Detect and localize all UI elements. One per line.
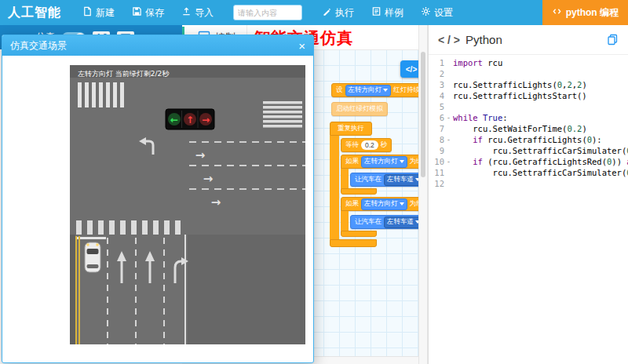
code-line: 12 [429, 178, 628, 189]
dropdown-value: 左转车道 [387, 217, 414, 227]
device-dropdown[interactable]: 左转方向灯 [361, 156, 407, 168]
examples-icon [371, 6, 382, 19]
import-icon [181, 6, 192, 19]
dropdown-value: 左转方向灯 [364, 199, 398, 209]
python-panel-title: Python [466, 33, 502, 46]
code-line: 4rcu.SettrafficLightsStart() [429, 90, 628, 101]
examples-button[interactable]: 样例 [371, 6, 403, 20]
python-mode-label: python 编程 [566, 6, 619, 20]
block-label: 如果 [345, 157, 359, 166]
block-label: 为红灯 [410, 199, 419, 209]
dropdown-value: 左转车道 [387, 175, 414, 184]
vertical-scrollbar-thumb[interactable] [421, 52, 425, 177]
new-button-label: 新建 [96, 6, 115, 20]
left-arrow-light: ← [170, 115, 178, 126]
gear-icon [421, 6, 431, 19]
code-line: 7 rcu.SetWaitForTime(0.2) [429, 123, 628, 134]
device-dropdown[interactable]: 左转方向灯 [361, 198, 407, 210]
block-label: 秒 [381, 140, 388, 150]
search-input[interactable] [233, 5, 302, 20]
lane-dropdown[interactable]: 左转车道 [384, 217, 418, 228]
repeat-loop-footer [330, 239, 377, 247]
traffic-light: ← ↑ → [166, 109, 214, 129]
code-line: 2 [429, 68, 628, 79]
straight-arrow-light: ↑ [186, 115, 194, 126]
import-button[interactable]: 导入 [181, 6, 214, 20]
if-green-footer [341, 188, 377, 195]
code-brackets-icon: < / > [438, 34, 460, 46]
block-wait[interactable]: 等待 0.2 秒 [341, 138, 392, 152]
examples-button-label: 样例 [385, 6, 403, 20]
if-red-body: 让汽车在 左转车道 行驶 [341, 211, 418, 231]
if-green-header[interactable]: 如果 左转方向灯 为绿灯 [341, 155, 418, 169]
chevron-down-icon [400, 202, 404, 206]
block-drive-green[interactable]: 让汽车在 左转车道 行驶 [350, 173, 418, 187]
save-button-label: 保存 [145, 6, 164, 20]
block-set-light[interactable]: 设 左转方向灯 红灯持续 2 秒 × [331, 83, 418, 97]
dialog-title: 仿真交通场景 [10, 39, 67, 53]
code-line: 10- if (rcu.GetrafficLightsRed(0)) and (… [429, 156, 628, 167]
block-label: 等待 [345, 140, 359, 150]
block-label: 为绿灯 [410, 157, 419, 166]
save-button[interactable]: 保存 [132, 6, 164, 20]
block-label: 设 [336, 86, 343, 95]
repeat-loop-header[interactable]: 重复执行 [330, 122, 372, 136]
block-if-green[interactable]: 如果 左转方向灯 为绿灯 让汽车在 左转车道 行驶 [341, 155, 418, 195]
dialog-header: 仿真交通场景 × [2, 35, 313, 56]
code-line: 5 [429, 101, 628, 112]
close-icon[interactable]: × [298, 40, 305, 52]
simulation-scene-dialog: 仿真交通场景 × [2, 35, 314, 363]
block-repeat-loop[interactable]: 重复执行 等待 0.2 秒 如果 左转方向灯 为绿灯 [330, 119, 418, 247]
app-title: 人工智能 [8, 5, 61, 21]
if-red-header[interactable]: 如果 左转方向灯 为红灯 [341, 197, 418, 211]
lane-dropdown[interactable]: 左转车道 [384, 174, 418, 186]
block-start-simulation[interactable]: 启动红绿灯模拟 [331, 102, 388, 116]
code-line: 11 rcu.SettrafficCarSimulater(0) [429, 167, 628, 178]
top-toolbar: 人工智能 新建 保存 导入 执行 样例 设置 python 编程 [0, 0, 628, 25]
code-line: 6-while True: [429, 112, 628, 123]
code-panel-toggle-button[interactable]: </> [400, 60, 418, 78]
code-line: 9 rcu.SettrafficCarSimulater(0) [429, 145, 628, 156]
dialog-body: → → → ← ↑ → [2, 56, 313, 362]
python-panel-header: < / > Python [429, 25, 628, 55]
block-label: 如果 [345, 199, 359, 209]
python-code-panel: < / > Python 1import rcu2 3rcu.Settraffi… [428, 25, 628, 364]
dropdown-value: 左转方向灯 [349, 86, 382, 95]
vertical-scrollbar[interactable] [418, 25, 428, 364]
run-icon [322, 6, 332, 19]
new-file-icon [82, 6, 93, 19]
svg-text:→: → [195, 148, 206, 162]
run-button[interactable]: 执行 [322, 6, 354, 20]
device-dropdown[interactable]: 左转方向灯 [345, 85, 392, 96]
block-label: 重复执行 [338, 124, 364, 133]
block-label: 启动红绿灯模拟 [336, 104, 383, 114]
traffic-scene-image: → → → ← ↑ → [70, 65, 305, 344]
copy-code-button[interactable] [607, 34, 619, 46]
block-drive-red[interactable]: 让汽车在 左转车道 行驶 [350, 215, 418, 229]
code-line: 1import rcu [429, 57, 628, 68]
block-if-red[interactable]: 如果 左转方向灯 为红灯 让汽车在 左转车道 行驶 [341, 197, 418, 237]
if-green-body: 让汽车在 左转车道 行驶 [341, 169, 418, 188]
settings-button[interactable]: 设置 [421, 6, 453, 20]
chevron-down-icon [383, 89, 388, 92]
run-button-label: 执行 [335, 6, 354, 20]
code-line: 8- if rcu.GetrafficLights(0): [429, 134, 628, 145]
dropdown-value: 左转方向灯 [364, 157, 398, 166]
if-red-footer [341, 231, 377, 237]
repeat-loop-body: 等待 0.2 秒 如果 左转方向灯 为绿灯 让汽车在 [330, 136, 418, 239]
chevron-down-icon [400, 160, 404, 163]
code-editor[interactable]: 1import rcu2 3rcu.SettrafficLights(0,2,2… [429, 55, 628, 189]
wait-duration-field[interactable]: 0.2 [361, 140, 378, 150]
code-line: 3rcu.SettrafficLights(0,2,2) [429, 79, 628, 90]
settings-button-label: 设置 [434, 6, 453, 20]
code-icon [552, 6, 562, 19]
car [85, 242, 100, 272]
block-label: 让汽车在 [355, 217, 382, 227]
svg-text:→: → [211, 195, 221, 209]
new-button[interactable]: 新建 [82, 6, 115, 20]
block-label: 让汽车在 [355, 175, 382, 184]
block-label: 红灯持续 [393, 86, 418, 95]
light-status-text: 左转方向灯 当前绿灯剩2/2秒 [78, 70, 170, 78]
python-mode-button[interactable]: python 编程 [542, 0, 628, 25]
save-icon [132, 6, 142, 19]
